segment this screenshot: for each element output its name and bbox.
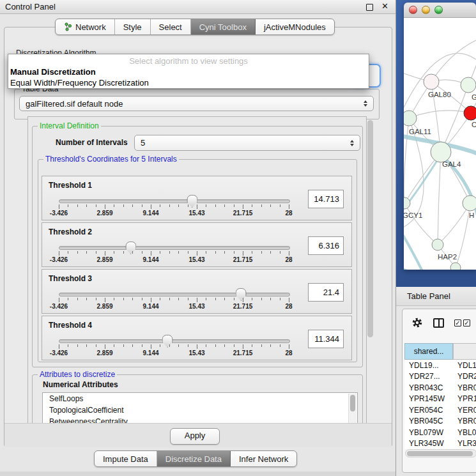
network-node[interactable] — [404, 111, 417, 126]
slider-ticks — [59, 204, 289, 210]
threshold-slider[interactable] — [59, 293, 290, 296]
checkbox-icon[interactable]: ✓ — [454, 319, 461, 326]
network-node-label: GAL — [472, 93, 476, 101]
attribute-list-item[interactable]: SelfLoops — [43, 393, 357, 404]
axis-tick-label: 21.715 — [233, 349, 253, 357]
window-bottom-strip — [0, 472, 396, 476]
network-node[interactable] — [450, 263, 461, 270]
network-icon — [64, 22, 72, 31]
network-node[interactable] — [461, 77, 476, 93]
network-node[interactable] — [432, 239, 443, 250]
table-cell: YER0 — [453, 406, 476, 415]
tab-infer-network[interactable]: Infer Network — [231, 451, 296, 466]
threshold-value-field[interactable]: 14.713 — [308, 190, 344, 208]
attributes-group: Attributes to discretize Numerical Attri… — [32, 374, 363, 424]
network-node-label: GAL4 — [442, 160, 461, 168]
table-cell: YBR045C — [404, 417, 453, 426]
threshold-panel: Threshold 3 -3.4262.8599.14415.4321.7152… — [42, 269, 352, 314]
network-canvas[interactable]: GAL80GALCGAL11GAL4GCY1HHAP2 — [404, 18, 476, 270]
tab-impute-data[interactable]: Impute Data — [95, 451, 157, 466]
network-node[interactable] — [464, 106, 476, 120]
tab-select[interactable]: Select — [151, 19, 191, 35]
number-of-intervals-value: 5 — [141, 138, 145, 148]
attributes-scrollbar[interactable] — [348, 394, 357, 424]
algorithm-dropdown-popup: Select algorithm to view settings Manual… — [8, 54, 369, 89]
viewport-scrollbar[interactable] — [367, 118, 374, 422]
threshold-slider[interactable] — [59, 339, 290, 343]
axis-tick-label: 9.144 — [142, 256, 158, 263]
network-node[interactable] — [424, 74, 439, 89]
apply-button[interactable]: Apply — [170, 428, 220, 445]
table-row[interactable]: YDL19...YDL1 — [404, 360, 476, 371]
control-panel-titlebar: Control Panel ✕ — [0, 0, 396, 14]
network-node-label: GAL11 — [409, 128, 431, 135]
network-edge — [404, 118, 409, 203]
control-panel-title: Control Panel — [5, 2, 56, 12]
table-row[interactable]: YLR345WYLR3 — [404, 438, 476, 450]
network-edge — [456, 203, 470, 268]
tab-network[interactable]: Network — [56, 19, 115, 35]
tab-jactivemnodules[interactable]: jActiveMNodules — [256, 19, 334, 35]
close-traffic-light-icon[interactable] — [409, 6, 417, 14]
table-cell: YLR345W — [404, 439, 453, 448]
network-graph[interactable]: GAL80GALCGAL11GAL4GCY1HHAP2 — [404, 18, 476, 270]
axis-tick-label: 21.715 — [233, 256, 253, 263]
axis-tick-label: -3.426 — [50, 303, 68, 310]
axis-tick-label: 15.43 — [188, 349, 204, 357]
table-row[interactable]: YDR27...YDR2 — [404, 371, 476, 383]
axis-tick-label: 9.144 — [142, 349, 158, 357]
network-node[interactable] — [431, 142, 451, 162]
table-row[interactable]: YBR045CYBR0 — [404, 416, 476, 427]
threshold-panel: Threshold 2 -3.4262.8599.14415.4321.7152… — [42, 222, 352, 267]
number-of-intervals-combobox[interactable]: 5 — [134, 135, 360, 151]
table-row[interactable]: YPR145WYPR1 — [404, 394, 476, 405]
threshold-value-field[interactable]: 6.316 — [308, 236, 344, 255]
zoom-traffic-light-icon[interactable] — [434, 6, 443, 14]
threshold-slider[interactable] — [59, 246, 290, 250]
axis-tick-label: 2.859 — [96, 303, 112, 310]
network-node[interactable] — [463, 196, 476, 211]
interval-definition-label: Interval Definition — [38, 121, 101, 130]
threshold-label: Threshold 1 — [49, 181, 92, 190]
table-panel-titlebar: Table Panel — [396, 287, 476, 306]
axis-tick-label: 15.43 — [188, 210, 204, 217]
table-column-header[interactable]: shared... — [404, 343, 453, 360]
tab-discretize-data[interactable]: Discretize Data — [157, 451, 231, 466]
network-node-label: GAL80 — [428, 91, 451, 98]
attributes-group-label: Attributes to discretize — [38, 370, 117, 379]
axis-tick-label: 15.43 — [188, 303, 204, 310]
threshold-slider[interactable] — [59, 199, 290, 203]
table-header-row: shared...na — [404, 343, 476, 360]
table-row[interactable]: YBL079WYBL0 — [404, 427, 476, 438]
stepper-arrows-icon — [364, 100, 367, 107]
checkbox-icon[interactable]: ✓ — [463, 319, 470, 326]
network-window: GAL80GALCGAL11GAL4GCY1HHAP2 — [404, 3, 476, 270]
minimize-traffic-light-icon[interactable] — [422, 6, 430, 14]
tab-cyni-toolbox[interactable]: Cyni Toolbox — [191, 19, 256, 35]
tab-style[interactable]: Style — [115, 19, 151, 35]
threshold-value-field[interactable]: 11.344 — [308, 330, 344, 348]
threshold-label: Threshold 3 — [49, 274, 92, 283]
numerical-attributes-list[interactable]: SelfLoopsTopologicalCoefficientBetweenne… — [42, 392, 358, 424]
close-icon[interactable]: ✕ — [381, 1, 388, 11]
network-window-titlebar[interactable] — [404, 3, 476, 18]
algorithm-option-manual[interactable]: Manual Discretization — [8, 66, 369, 77]
axis-tick-label: 9.144 — [142, 303, 158, 310]
split-panel-icon[interactable] — [433, 318, 444, 328]
table-cell: YER054C — [404, 406, 453, 415]
attribute-list-item[interactable]: TopologicalCoefficient — [43, 404, 357, 416]
float-window-icon[interactable] — [366, 4, 373, 11]
table-horizontal-scrollbar[interactable] — [405, 449, 476, 457]
table-column-header[interactable]: na — [453, 343, 476, 360]
table-data-combobox[interactable]: galFiltered.sif default node — [19, 96, 374, 111]
table-cell: YBL0 — [453, 428, 476, 437]
network-edge — [404, 203, 438, 245]
network-edge-highlighted — [404, 229, 434, 270]
table-row[interactable]: YBR043CYBR0 — [404, 382, 476, 394]
algorithm-option-equal-width[interactable]: Equal Width/Frequency Discretization — [8, 77, 369, 88]
network-node[interactable] — [404, 197, 410, 209]
table-toolbar: ✓ ✓ — [411, 317, 470, 328]
threshold-value-field[interactable]: 21.4 — [308, 283, 344, 302]
table-row[interactable]: YER054CYER0 — [404, 404, 476, 416]
gear-icon[interactable] — [411, 317, 423, 328]
